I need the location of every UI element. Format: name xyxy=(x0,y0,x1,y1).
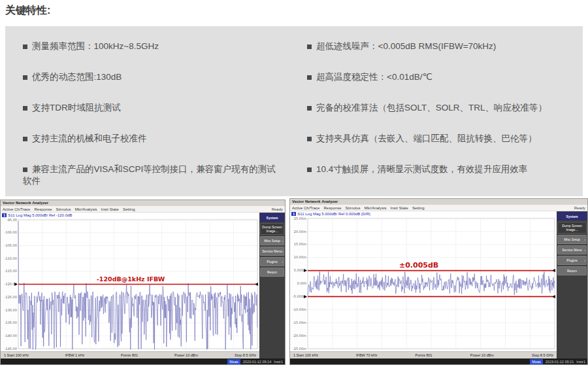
stimulus-field: Power 10 dBm xyxy=(470,353,494,357)
status-instr: Instr1 xyxy=(274,360,283,364)
window-body: 1 S11 Log Mag 5.000dB/ Ref 0.000dB [D/R]… xyxy=(290,211,587,358)
menu-item[interactable]: Stimulus xyxy=(56,207,71,211)
stimulus-field: IFBW 1 kHz xyxy=(65,353,84,357)
stimulus-field: 1 Start 100 kHz xyxy=(293,353,318,357)
trace-noise-chart: 25.00m20.00m15.00m10.00m5.000m0.000-5.00… xyxy=(290,217,557,351)
menu-item[interactable]: Active Ch/Trace xyxy=(3,207,30,211)
trace-params: S11 Log Mag 5.000dB/ Ref -120.0dB xyxy=(8,213,72,217)
trace-number-chip: 1 xyxy=(2,213,7,217)
status-datetime: 2023-01-12 09:21 xyxy=(546,360,574,364)
trace-info-bar: 1 S11 Log Mag 5.000dB/ Ref 0.000dB [D/R] xyxy=(290,211,557,217)
stimulus-field: Points 801 xyxy=(416,353,433,357)
feature-item: 测量频率范围：100kHz~8.5GHz xyxy=(23,41,282,53)
vna-screenshot-noise-floor: Vector Network Analyzer Active Ch/TraceR… xyxy=(0,200,286,365)
feature-item: 完备的校准算法（包括SOLT、SOLR、TRL、响应校准等） xyxy=(307,102,571,114)
menu-item[interactable]: Response xyxy=(323,206,341,210)
stimulus-field: Stop 8.5 GHz xyxy=(532,353,553,357)
softkey-plugins[interactable]: Plugins› xyxy=(557,256,587,265)
menu-item[interactable]: Instr State xyxy=(101,207,119,211)
softkey-system[interactable]: System xyxy=(557,212,587,220)
menu-item[interactable]: Mkr/Analysis xyxy=(365,206,387,210)
menu-item[interactable]: Mkr/Analysis xyxy=(75,207,97,211)
svg-text:0.000: 0.000 xyxy=(297,281,306,285)
menu-item[interactable]: Instr State xyxy=(391,206,408,210)
stimulus-field: Points 801 xyxy=(121,353,138,357)
feature-item: 支持TDR时域阻抗测试 xyxy=(23,102,282,114)
menu-items: Active Ch/TraceResponseStimulusMkr/Analy… xyxy=(3,207,135,211)
features-left-column: 测量频率范围：100kHz~8.5GHz优秀的动态范围:130dB支持TDR时域… xyxy=(5,41,294,196)
window-body: 1 S11 Log Mag 5.000dB/ Ref -120.0dB -95.… xyxy=(1,213,285,358)
softkey-system[interactable]: System xyxy=(260,213,284,222)
menu-item[interactable]: Setting xyxy=(412,206,425,210)
feature-item: 10.4寸触摸屏，清晰显示测试度数，有效提升应用效率 xyxy=(307,164,571,176)
stimulus-bar: 1 Start 100 kHzIFBW 1 kHzPoints 801Power… xyxy=(1,351,259,358)
softkey-panel: SystemDump Screen Image...Misc Setup›Ser… xyxy=(557,211,587,358)
bullet-square-icon xyxy=(23,167,27,172)
menu-item[interactable]: Response xyxy=(34,207,52,211)
softkey-dump-screen-image[interactable]: Dump Screen Image... xyxy=(557,222,587,234)
feature-text: 支持主流的机械和电子校准件 xyxy=(32,133,147,143)
bullet-square-icon xyxy=(307,137,312,141)
trace-params: S11 Log Mag 5.000dB/ Ref 0.000dB [D/R] xyxy=(297,212,370,216)
svg-text:-10.00m: -10.00m xyxy=(293,307,306,311)
menu-item[interactable]: Setting xyxy=(123,207,135,211)
submenu-arrow-icon: › xyxy=(282,260,283,264)
softkey-service-menu[interactable]: Service Menu› xyxy=(557,245,587,254)
ready-indicator: Ready xyxy=(272,207,283,211)
svg-text:25.00m: 25.00m xyxy=(294,217,306,220)
softkey-service-menu[interactable]: Service Menu› xyxy=(260,247,284,256)
svg-text:-125.00: -125.00 xyxy=(5,295,17,299)
meas-chip[interactable]: Meas xyxy=(530,359,542,364)
menu-item[interactable]: Active Ch/Trace xyxy=(292,206,319,210)
softkey-misc-setup[interactable]: Misc Setup› xyxy=(260,236,284,245)
feature-item: 超高温度稳定性：<0.01dB/℃ xyxy=(307,71,571,84)
page-title: 关键特性: xyxy=(5,4,50,18)
stimulus-field: Stop 8.5 GHz xyxy=(235,353,256,357)
features-right-column: 超低迹线噪声：<0.005dB RMS(IFBW=70kHz)超高温度稳定性：<… xyxy=(294,41,583,196)
menu-items: Active Ch/TraceResponseStimulusMkr/Analy… xyxy=(292,206,425,210)
features-box: 测量频率范围：100kHz~8.5GHz优秀的动态范围:130dB支持TDR时域… xyxy=(5,26,583,196)
stimulus-field: IFBW 70 kHz xyxy=(356,353,377,357)
softkey-panel: SystemDump Screen Image...Misc Setup›Ser… xyxy=(259,213,285,358)
menu-bar: Active Ch/TraceResponseStimulusMkr/Analy… xyxy=(1,206,285,213)
window-titlebar: Vector Network Analyzer xyxy=(290,199,587,205)
feature-text: 完备的校准算法（包括SOLT、SOLR、TRL、响应校准等） xyxy=(316,103,547,113)
softkey-dump-screen-image[interactable]: Dump Screen Image... xyxy=(260,223,284,235)
submenu-arrow-icon: › xyxy=(584,258,585,262)
feature-text: 10.4寸触摸屏，清晰显示测试度数，有效提升应用效率 xyxy=(316,164,527,174)
window-titlebar: Vector Network Analyzer xyxy=(1,200,285,206)
bullet-square-icon xyxy=(23,75,27,80)
softkey-return[interactable]: Return xyxy=(260,268,284,277)
menu-item[interactable]: Stimulus xyxy=(346,206,361,210)
softkey-return[interactable]: Return xyxy=(557,266,587,275)
meas-chip[interactable]: Meas xyxy=(227,359,240,364)
feature-text: 测量频率范围：100kHz~8.5GHz xyxy=(32,41,159,51)
feature-item: 支持夹具仿真（去嵌入、端口匹配、阻抗转换、巴伦等） xyxy=(307,133,571,145)
softkey-misc-setup[interactable]: Misc Setup› xyxy=(557,235,587,244)
svg-text:-135.00: -135.00 xyxy=(5,321,17,324)
svg-text:-20.00m: -20.00m xyxy=(293,334,306,338)
limit-annotation: ±0.005dB xyxy=(399,261,438,270)
bullet-square-icon xyxy=(23,44,27,49)
svg-text:-95.00: -95.00 xyxy=(7,218,17,222)
feature-text: 优秀的动态范围:130dB xyxy=(32,72,122,82)
bullet-square-icon xyxy=(307,44,312,49)
svg-text:-110.00: -110.00 xyxy=(5,256,17,260)
softkey-plugins[interactable]: Plugins› xyxy=(260,257,284,266)
feature-text: 兼容主流产品的VISA和SCPI等控制接口，兼容窗户现有的测试软件 xyxy=(23,164,276,186)
feature-item: 优秀的动态范围:130dB xyxy=(23,71,282,84)
feature-text: 超高温度稳定性：<0.01dB/℃ xyxy=(316,72,433,82)
bullet-square-icon xyxy=(307,75,312,80)
svg-text:-100.00: -100.00 xyxy=(5,230,17,234)
svg-text:-145.00: -145.00 xyxy=(5,347,17,351)
status-bar: Meas 2023-01-12 09:14 Instr1 xyxy=(1,358,285,364)
svg-text:-115.00: -115.00 xyxy=(5,269,17,273)
bullet-square-icon xyxy=(307,167,312,172)
feature-item: 兼容主流产品的VISA和SCPI等控制接口，兼容窗户现有的测试软件 xyxy=(23,164,282,188)
feature-text: 支持TDR时域阻抗测试 xyxy=(32,103,121,113)
svg-text:-140.00: -140.00 xyxy=(5,334,17,338)
bullet-square-icon xyxy=(23,137,27,141)
feature-text: 超低迹线噪声：<0.005dB RMS(IFBW=70kHz) xyxy=(316,41,496,51)
bullet-square-icon xyxy=(307,106,312,111)
svg-text:20.00m: 20.00m xyxy=(294,230,306,234)
